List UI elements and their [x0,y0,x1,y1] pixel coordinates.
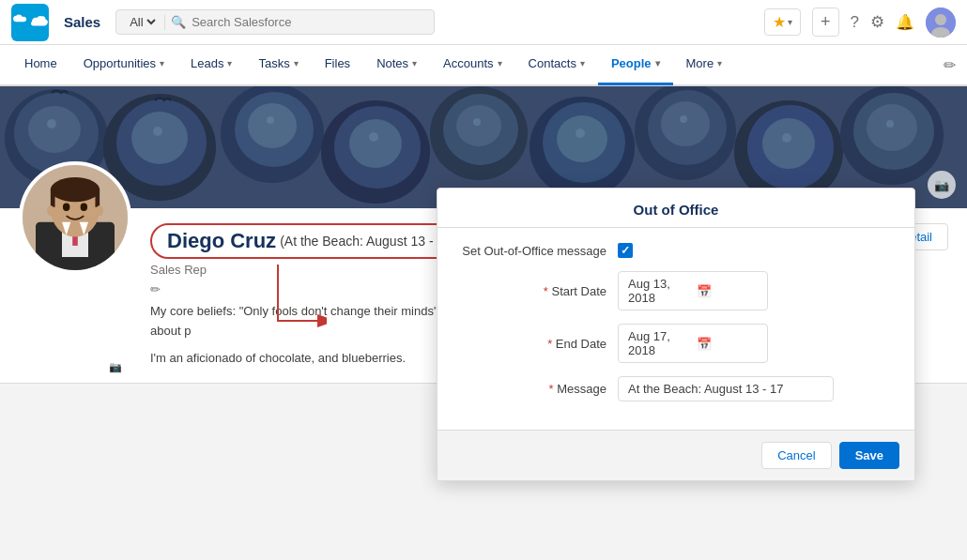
svg-point-51 [47,205,54,216]
checkbox-row: Set Out-of-Office message ✓ [456,243,896,258]
nav-label: Tasks [258,56,289,70]
svg-point-32 [153,127,162,136]
add-button[interactable]: + [812,8,839,37]
bell-icon[interactable]: 🔔 [896,13,914,31]
app-name: Sales [64,14,100,30]
avatar-camera-button[interactable]: 📷 [104,356,127,378]
chevron-down-icon: ▾ [160,58,164,68]
start-date-row: Start Date Aug 13, 2018 📅 [456,271,896,310]
svg-point-52 [96,205,102,216]
help-icon[interactable]: ? [851,13,859,32]
nav-label: Accounts [443,56,493,70]
nav-item-leads[interactable]: Leads ▾ [177,44,245,85]
calendar-icon: 📅 [697,337,758,351]
svg-point-9 [131,112,188,164]
banner-camera-button[interactable]: 📷 [928,171,956,199]
nav-item-people[interactable]: People ▾ [598,44,673,85]
modal-body: Set Out-of-Office message ✓ Start Date A… [437,228,914,430]
nav-item-accounts[interactable]: Accounts ▾ [430,44,514,85]
modal-header: Out of Office [437,189,914,228]
cancel-button[interactable]: Cancel [761,442,831,469]
calendar-icon: 📅 [697,284,758,298]
end-date-input[interactable]: Aug 17, 2018 📅 [618,324,768,363]
nav-item-tasks[interactable]: Tasks ▾ [245,44,311,85]
svg-point-1 [935,14,946,25]
end-date-row: End Date Aug 17, 2018 📅 [456,324,896,363]
svg-point-39 [886,120,894,128]
chevron-down-icon: ▾ [580,58,585,68]
nav-label: Home [24,56,57,70]
nav-label: Notes [376,56,408,70]
camera-icon: 📷 [109,361,122,373]
nav-label: Leads [191,56,223,70]
svg-point-18 [456,105,501,146]
nav-item-notes[interactable]: Notes ▾ [363,44,430,85]
search-icon: 🔍 [171,15,186,29]
end-date-value: Aug 17, 2018 [628,329,689,357]
end-date-label: End Date [456,337,606,351]
nav-label: Opportunities [84,56,156,70]
modal-title: Out of Office [634,202,719,218]
gear-icon[interactable]: ⚙ [870,12,884,32]
svg-point-35 [473,118,481,126]
svg-rect-47 [51,189,55,207]
search-filter[interactable]: All [126,14,159,30]
set-ooo-checkbox[interactable]: ✓ [618,243,633,258]
camera-icon: 📷 [934,178,949,192]
svg-point-49 [63,204,69,211]
chevron-down-icon: ▾ [294,58,299,68]
svg-point-36 [576,129,585,138]
top-bar: Sales All 🔍 ★ ▾ + ? ⚙ 🔔 [0,0,967,45]
out-of-office-text: (At the Beach: August 13 - 17) [280,234,456,249]
out-of-office-modal: Out of Office Set Out-of-Office message … [437,188,915,481]
salesforce-logo[interactable] [11,4,49,41]
chevron-down-icon: ▾ [498,58,502,68]
nav-label: Contacts [529,56,576,70]
svg-point-34 [369,132,378,142]
nav-item-more[interactable]: More ▾ [673,44,736,85]
start-date-label: Start Date [456,284,606,298]
user-avatar[interactable] [926,8,956,38]
profile-avatar [19,161,131,274]
favorites-button[interactable]: ★ ▾ [764,8,801,36]
svg-point-46 [51,177,100,202]
svg-point-31 [47,119,56,129]
avatar-wrapper: 📷 [19,161,131,383]
chevron-down-icon: ▾ [655,58,660,68]
svg-rect-48 [95,189,100,207]
save-button[interactable]: Save [839,442,899,469]
search-bar: All 🔍 [115,9,435,35]
svg-point-38 [782,133,791,143]
svg-point-15 [349,119,402,168]
message-label: Message [456,382,606,396]
svg-point-33 [267,116,274,124]
nav-item-home[interactable]: Home [11,44,70,85]
profile-name-badge: Diego Cruz (At the Beach: August 13 - 17… [150,223,473,259]
message-input[interactable] [618,376,834,401]
svg-point-37 [680,115,687,123]
nav-item-opportunities[interactable]: Opportunities ▾ [70,44,177,85]
top-bar-icons: ★ ▾ + ? ⚙ 🔔 [764,8,956,38]
svg-point-21 [557,115,607,162]
message-row: Message [456,376,896,401]
search-input[interactable] [192,15,424,29]
nav-item-contacts[interactable]: Contacts ▾ [515,44,598,85]
nav-label: Files [325,56,350,70]
start-date-input[interactable]: Aug 13, 2018 📅 [618,271,768,310]
checkbox-label: Set Out-of-Office message [456,244,606,258]
profile-name: Diego Cruz [167,229,276,253]
svg-point-27 [762,118,815,169]
nav-label: People [611,56,652,70]
svg-point-50 [81,204,87,211]
chevron-down-icon: ▾ [788,17,792,27]
nav-label: More [686,56,714,70]
nav-item-files[interactable]: Files [312,44,363,85]
chevron-down-icon: ▾ [227,58,232,68]
chevron-down-icon: ▾ [412,58,417,68]
chevron-down-icon: ▾ [717,58,722,68]
nav-edit-icon[interactable]: ✏ [944,56,956,74]
star-icon: ★ [773,13,786,31]
svg-point-12 [248,103,297,148]
nav-bar: Home Opportunities ▾ Leads ▾ Tasks ▾ Fil… [0,45,967,86]
start-date-value: Aug 13, 2018 [628,277,689,305]
